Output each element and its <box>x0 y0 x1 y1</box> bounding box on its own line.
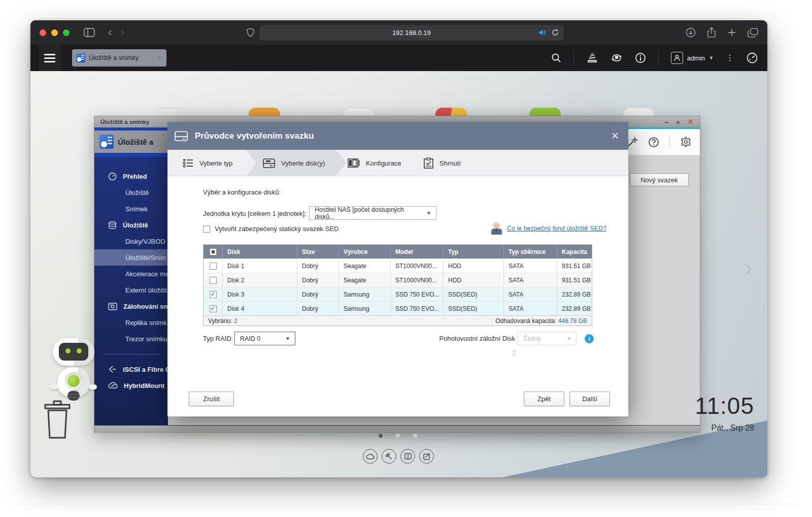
chrome-actions <box>686 27 758 38</box>
resource-monitor-icon[interactable] <box>746 52 758 64</box>
capacity-value: 446.78 GB <box>558 317 587 325</box>
table-row[interactable]: Disk 2DobrýSeagateST1000VN00...HDDSATA93… <box>204 273 592 287</box>
username: admin <box>687 54 705 62</box>
traffic-close-button[interactable] <box>40 29 46 36</box>
app-header: Úložiště a <box>94 131 168 153</box>
enclosure-dropdown[interactable]: Hostitel NAS [počet dostupných disků... … <box>309 206 436 220</box>
new-tab-icon[interactable] <box>727 28 736 37</box>
qbot-mascot[interactable] <box>42 338 106 397</box>
step-summary: Shrnutí <box>424 150 461 176</box>
sidebar-item-uloziste[interactable]: Úložiště <box>94 217 168 233</box>
window-minimize-button[interactable]: − <box>664 118 669 126</box>
sidebar-item-snimek[interactable]: Snímek <box>94 201 168 217</box>
table-row[interactable]: Disk 3DobrýSamsungSSD 750 EVO...SSD(SED)… <box>204 287 592 301</box>
audio-speaker-icon[interactable] <box>538 29 547 36</box>
background-tasks-icon[interactable] <box>586 52 598 63</box>
sidebar-item-zalohovani[interactable]: Zálohování sn <box>94 298 168 314</box>
traffic-zoom-button[interactable] <box>63 29 70 36</box>
col-vyrobce[interactable]: Výrobce <box>339 245 391 258</box>
partition-icon <box>348 158 360 168</box>
section-title: Výběr a konfigurace disků: <box>203 188 281 196</box>
col-typ[interactable]: Typ <box>444 245 504 258</box>
sidebar-toggle-icon[interactable] <box>82 26 97 39</box>
sidebar-item-uloziste-snimky[interactable]: Úložiště/Sním <box>94 249 168 266</box>
cancel-button[interactable]: Zrušit <box>189 392 234 406</box>
col-model[interactable]: Model <box>391 245 444 258</box>
table-row[interactable]: Disk 4DobrýSamsungSSD 750 EVO...SSD(SED)… <box>204 301 592 315</box>
sed-checkbox[interactable] <box>203 225 210 233</box>
notifications-sync-icon[interactable] <box>611 52 623 63</box>
tools-icon[interactable] <box>382 449 396 464</box>
page-dot-active[interactable] <box>379 434 383 438</box>
page-dot[interactable] <box>413 434 417 438</box>
search-icon[interactable] <box>551 53 561 63</box>
chevron-down-icon: ▼ <box>426 210 431 216</box>
window-maximize-button[interactable]: + <box>676 118 681 126</box>
camera-icon <box>108 303 117 310</box>
col-stav[interactable]: Stav <box>297 245 339 258</box>
select-all-checkbox[interactable] <box>210 248 217 255</box>
user-menu[interactable]: admin ▼ <box>671 52 714 64</box>
sidebar-item-akcelerace[interactable]: Akcelerace me <box>94 266 168 282</box>
address-bar[interactable]: 192.168.0.19 <box>259 25 564 41</box>
recycle-bin-icon[interactable] <box>44 400 71 441</box>
row-checkbox[interactable] <box>210 291 217 298</box>
gauge-icon <box>108 172 117 181</box>
window-close-button[interactable]: ✕ <box>687 117 694 126</box>
wizard-wand-icon[interactable] <box>627 137 638 148</box>
sidebar-item-replika[interactable]: Replika snímk <box>94 314 168 331</box>
reload-icon[interactable] <box>552 29 559 36</box>
manual-icon[interactable] <box>400 449 415 464</box>
row-checkbox[interactable] <box>210 263 217 270</box>
myqnapcloud-icon[interactable] <box>363 449 378 464</box>
sed-help-link[interactable]: Co je bezpečný fond úložiště SED? <box>507 225 606 232</box>
downloads-icon[interactable] <box>686 27 696 38</box>
tab-overview-icon[interactable] <box>748 28 758 38</box>
sidebar-item-prehled[interactable]: Přehled <box>94 168 168 184</box>
traffic-minimize-button[interactable] <box>51 29 58 36</box>
spare-disk-value: Žádný <box>523 335 541 342</box>
capacity-label: Odhadovaná kapacita: <box>495 317 556 325</box>
dialog-close-icon[interactable]: ✕ <box>609 130 621 142</box>
more-options-icon[interactable]: ⋮ <box>726 56 734 59</box>
wizard-steps: Vyberte typ Vyberte disk(y) Konfigurace … <box>167 150 628 176</box>
raid-dropdown[interactable]: RAID 0 ▼ <box>234 332 295 345</box>
volume-wizard-dialog: Průvodce vytvořením svazku ✕ Vyberte typ… <box>167 122 628 416</box>
settings-gear-icon[interactable] <box>680 136 692 148</box>
user-avatar-icon <box>671 52 683 64</box>
row-checkbox[interactable] <box>210 305 217 312</box>
new-volume-button[interactable]: Nový svazek <box>630 173 689 186</box>
main-menu-button[interactable] <box>39 45 61 71</box>
sidebar-item-uloziste-child[interactable]: Úložiště <box>94 184 168 201</box>
col-kapacita[interactable]: Kapacita <box>557 245 593 258</box>
qts-top-bar: Úložiště a snímky ✕ <box>30 45 767 71</box>
table-row[interactable]: Disk 1DobrýSeagateST1000VN00...HDDSATA93… <box>204 258 592 273</box>
raid-value: RAID 0 <box>240 335 260 342</box>
desktop-page-dots <box>379 434 417 438</box>
disk-table: Disk Stav Výrobce Model Typ Typ sběrnice… <box>203 244 592 326</box>
back-button[interactable]: ‹ <box>106 26 114 39</box>
enclosure-label: Jednotka krytu [celkem 1 jednotek]: <box>203 207 307 220</box>
info-icon[interactable] <box>635 52 646 63</box>
help-icon[interactable] <box>648 137 659 148</box>
sed-helper-icon <box>490 222 503 235</box>
tab-storage-snapshots[interactable]: Úložiště a snímky ✕ <box>72 49 166 67</box>
desktop-next-page-chevron[interactable]: › <box>745 255 753 280</box>
browser-chrome: ‹ › 192.168.0.19 <box>30 20 767 45</box>
sidebar-divider <box>103 354 160 354</box>
next-button[interactable]: Další <box>569 392 610 406</box>
page-dot[interactable] <box>396 434 400 438</box>
col-typ-sbernice[interactable]: Typ sběrnice <box>504 245 557 258</box>
col-disk[interactable]: Disk <box>223 245 297 258</box>
spare-info-icon[interactable]: i <box>585 334 594 343</box>
back-button[interactable]: Zpět <box>524 392 564 406</box>
table-header-row: Disk Stav Výrobce Model Typ Typ sběrnice… <box>204 245 592 258</box>
sidebar-item-disky-vjbod[interactable]: Disky/VJBOD <box>94 233 168 249</box>
notes-icon[interactable] <box>419 449 434 464</box>
tab-close-icon[interactable]: ✕ <box>157 54 162 62</box>
chevron-down-icon: ▼ <box>566 336 571 341</box>
row-checkbox[interactable] <box>210 277 217 284</box>
share-icon[interactable] <box>707 27 716 38</box>
sidebar-item-externi[interactable]: Externí úložišt <box>94 282 168 298</box>
forward-button[interactable]: › <box>119 26 126 39</box>
